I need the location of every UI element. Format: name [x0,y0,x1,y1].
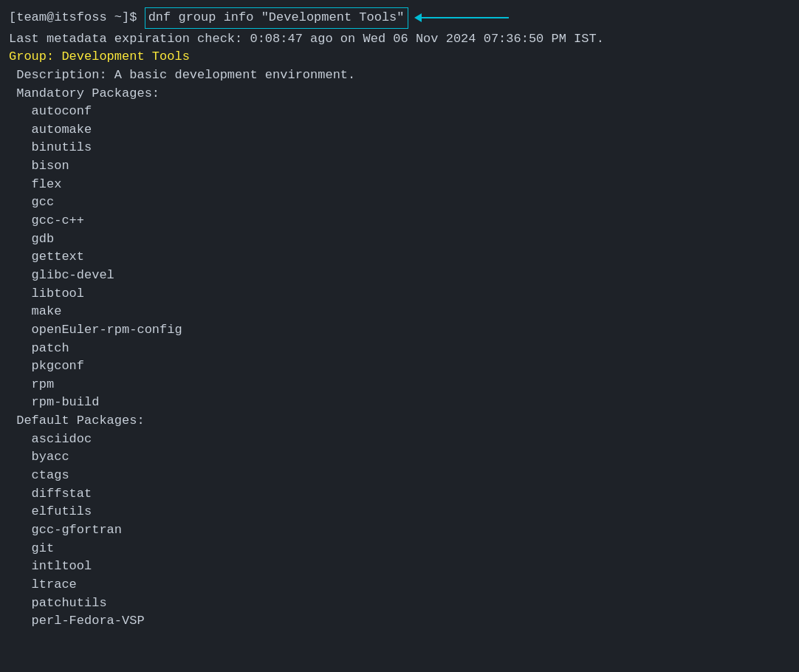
list-item: binutils [9,139,790,157]
list-item: git [9,540,790,558]
list-item: gcc-c++ [9,212,790,230]
description-line: Description: A basic development environ… [9,66,790,85]
list-item: diffstat [9,485,790,504]
list-item: gettext [9,248,790,267]
list-item: gcc-gfortran [9,521,790,540]
list-item: libtool [9,285,790,304]
list-item: glibc-devel [9,267,790,285]
meta-line: Last metadata expiration check: 0:08:47 … [9,30,790,49]
list-item: rpm [9,376,790,394]
list-item: gdb [9,230,790,249]
default-header: Default Packages: [9,412,790,431]
list-item: automake [9,121,790,140]
command-box: dnf group info "Development Tools" [145,7,408,29]
prompt-text: [team@itsfoss ~]$ [9,9,145,27]
list-item: make [9,303,790,321]
terminal-window: [team@itsfoss ~]$ dnf group info "Develo… [9,7,790,631]
mandatory-packages-list: autoconf automake binutils bison flex gc… [9,103,790,412]
list-item: flex [9,176,790,194]
list-item: ctags [9,467,790,485]
list-item: patch [9,340,790,358]
mandatory-header: Mandatory Packages: [9,85,790,103]
arrow-annotation [414,13,509,22]
list-item: gcc [9,193,790,212]
list-item: openEuler-rpm-config [9,321,790,340]
prompt-line: [team@itsfoss ~]$ dnf group info "Develo… [9,7,790,29]
list-item: patchutils [9,594,790,613]
list-item: autoconf [9,103,790,121]
list-item: asciidoc [9,431,790,449]
list-item: ltrace [9,576,790,594]
group-title: Group: Development Tools [9,48,790,66]
default-packages-list: asciidoc byacc ctags diffstat elfutils g… [9,431,790,631]
list-item: perl-Fedora-VSP [9,612,790,631]
list-item: bison [9,157,790,176]
arrow-line-icon [420,17,509,18]
list-item: elfutils [9,503,790,521]
list-item: byacc [9,448,790,467]
list-item: rpm-build [9,394,790,412]
list-item: intltool [9,558,790,576]
list-item: pkgconf [9,357,790,376]
